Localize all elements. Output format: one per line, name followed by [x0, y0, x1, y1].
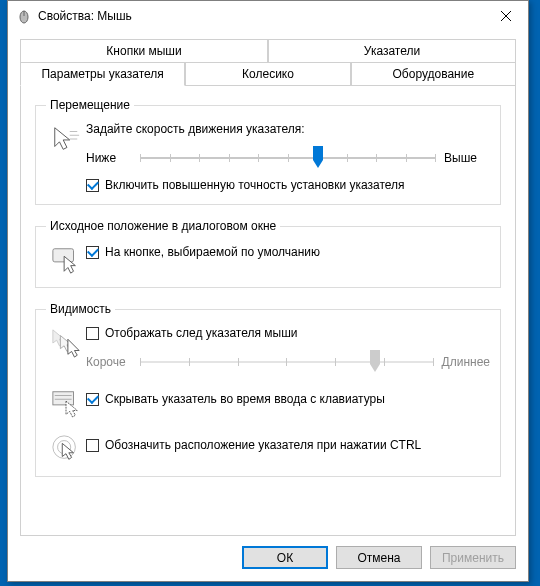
titlebar[interactable]: Свойства: Мышь: [8, 1, 528, 31]
group-motion: Перемещение Задайте скорость движения ук…: [35, 98, 501, 205]
slider-long-label: Длиннее: [442, 355, 490, 369]
close-button[interactable]: [483, 1, 528, 31]
slider-fast-label: Выше: [444, 151, 490, 165]
enhance-precision-checkbox[interactable]: [86, 179, 99, 192]
svg-marker-7: [313, 146, 323, 168]
dialog-buttons: ОК Отмена Применить: [20, 536, 516, 581]
svg-rect-8: [53, 249, 74, 262]
tab-bar: Кнопки мыши Указатели Параметры указател…: [20, 39, 516, 86]
cancel-button[interactable]: Отмена: [336, 546, 422, 569]
group-legend: Видимость: [46, 302, 115, 316]
group-legend: Исходное положение в диалоговом окне: [46, 219, 280, 233]
svg-marker-9: [370, 350, 380, 372]
group-legend: Перемещение: [46, 98, 134, 112]
apply-button: Применить: [430, 546, 516, 569]
tab-pointer-options[interactable]: Параметры указателя: [20, 62, 185, 86]
snap-checkbox[interactable]: [86, 246, 99, 259]
trails-label: Отображать след указателя мыши: [105, 326, 298, 340]
slider-short-label: Короче: [86, 355, 132, 369]
tab-label: Указатели: [364, 44, 420, 58]
trails-icon: [46, 326, 86, 358]
window-title: Свойства: Мышь: [38, 9, 483, 23]
content-area: Кнопки мыши Указатели Параметры указател…: [8, 31, 528, 581]
snap-icon: [46, 243, 86, 275]
svg-rect-10: [53, 392, 74, 405]
snap-label: На кнопке, выбираемой по умолчанию: [105, 245, 320, 259]
pointer-speed-icon: [46, 122, 86, 154]
tab-panel: Перемещение Задайте скорость движения ук…: [20, 85, 516, 536]
dialog-window: Свойства: Мышь Кнопки мыши Указатели Пар…: [7, 0, 529, 582]
pointer-speed-slider[interactable]: [140, 148, 436, 168]
ctrl-locate-label: Обозначить расположение указателя при на…: [105, 438, 421, 452]
hide-typing-checkbox[interactable]: [86, 393, 99, 406]
slider-ticks: [140, 154, 436, 162]
button-label: ОК: [277, 551, 293, 565]
tab-hardware[interactable]: Оборудование: [351, 62, 516, 86]
group-visibility: Видимость Отображать след указателя мыши…: [35, 302, 501, 477]
trails-checkbox[interactable]: [86, 327, 99, 340]
hide-typing-icon: [46, 386, 86, 418]
tab-label: Параметры указателя: [41, 67, 163, 81]
tab-label: Кнопки мыши: [106, 44, 181, 58]
group-snapto: Исходное положение в диалоговом окне На …: [35, 219, 501, 288]
ctrl-locate-checkbox[interactable]: [86, 439, 99, 452]
enhance-precision-label: Включить повышенную точность установки у…: [105, 178, 405, 192]
slider-thumb[interactable]: [311, 146, 325, 168]
tab-wheel[interactable]: Колесико: [185, 62, 350, 86]
ok-button[interactable]: ОК: [242, 546, 328, 569]
slider-ticks: [140, 358, 434, 366]
ctrl-locate-icon: [46, 432, 86, 464]
trails-slider: [140, 352, 434, 372]
button-label: Отмена: [357, 551, 400, 565]
tab-pointers[interactable]: Указатели: [268, 39, 516, 62]
close-icon: [500, 10, 512, 22]
hide-typing-label: Скрывать указатель во время ввода с клав…: [105, 392, 385, 406]
slider-thumb: [368, 350, 382, 372]
tab-label: Колесико: [242, 67, 294, 81]
button-label: Применить: [442, 551, 504, 565]
tab-label: Оборудование: [393, 67, 475, 81]
mouse-icon: [16, 8, 32, 24]
slider-slow-label: Ниже: [86, 151, 132, 165]
tab-buttons[interactable]: Кнопки мыши: [20, 39, 268, 62]
speed-label: Задайте скорость движения указателя:: [86, 122, 490, 136]
